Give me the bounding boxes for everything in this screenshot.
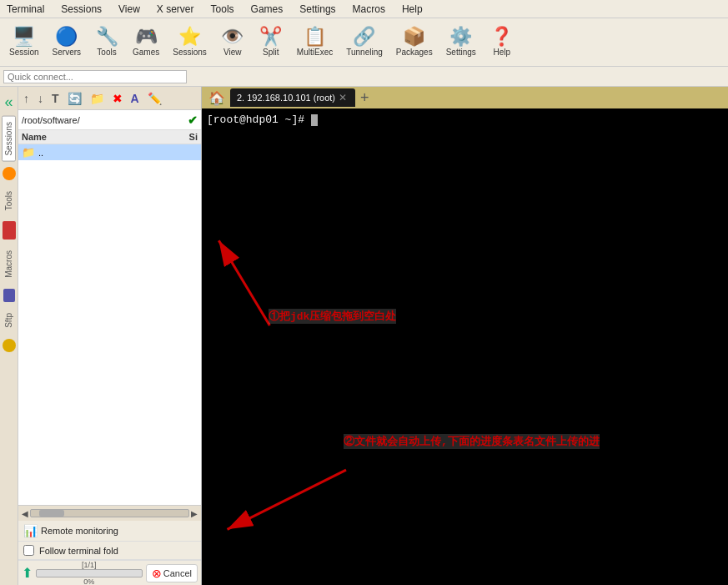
file-list-header: Name Si (18, 130, 201, 144)
menu-xserver[interactable]: X server (153, 3, 198, 16)
menu-games[interactable]: Games (248, 3, 287, 16)
scroll-left-btn[interactable]: ◀ (20, 509, 30, 518)
tb-games[interactable]: 🎮 Games (127, 21, 165, 64)
sidebar-tab-macros[interactable]: Macros (2, 245, 16, 284)
annotation-1: ①把jdk压缩包拖到空白处 (269, 309, 396, 324)
sidebar-tabs: « Sessions Tools Macros Sftp (0, 87, 18, 585)
scrollbar-thumb[interactable] (39, 510, 64, 517)
annotation-2: ②文件就会自动上传,下面的进度条表名文件上传的进 (344, 434, 600, 449)
file-tb-delete[interactable]: ✖ (109, 90, 126, 107)
tb-help-label: Help (494, 48, 511, 57)
tb-tools-label: Tools (97, 48, 116, 57)
cancel-button[interactable]: ⊗ Cancel (146, 564, 198, 582)
folder-icon: 📁 (22, 146, 35, 159)
remote-monitoring-label: Remote monitoring (41, 526, 118, 536)
file-name: .. (38, 148, 198, 158)
sessions-icon: ⭐ (178, 28, 201, 46)
session-icon: 🖥️ (13, 28, 35, 46)
tb-sessions[interactable]: ⭐ Sessions (167, 21, 213, 64)
tunneling-icon: 🔗 (353, 28, 375, 46)
follow-terminal-checkbox[interactable] (23, 545, 34, 556)
tb-split-label: Split (263, 48, 279, 57)
file-tb-up[interactable]: ↑ (20, 90, 33, 107)
file-tb-refresh[interactable]: 🔄 (64, 90, 85, 107)
terminal-tab[interactable]: 2. 192.168.10.101 (root) ✕ (230, 88, 355, 107)
tb-session[interactable]: 🖥️ Session (3, 21, 45, 64)
scrollbar-row: ◀ ▶ (18, 506, 201, 521)
menu-settings[interactable]: Settings (296, 3, 339, 16)
tb-help[interactable]: ❓ Help (484, 21, 520, 64)
file-toolbar: ↑ ↓ T 🔄 📁 ✖ A ✏️ (18, 87, 201, 110)
tb-settings[interactable]: ⚙️ Settings (440, 21, 482, 64)
sidebar-tab-sessions[interactable]: Sessions (2, 116, 16, 162)
tb-packages[interactable]: 📦 Packages (390, 21, 439, 64)
tb-split[interactable]: ✂️ Split (253, 21, 289, 64)
file-tb-a[interactable]: A (128, 90, 143, 107)
add-tab-button[interactable]: + (357, 89, 373, 107)
progress-container: [1/1] 0% (36, 561, 143, 586)
sidebar-indicator[interactable] (3, 167, 16, 180)
cancel-label: Cancel (163, 568, 192, 578)
tab-bar: 🏠 2. 192.168.10.101 (root) ✕ + (202, 87, 728, 108)
sidebar-tab-sftp[interactable]: Sftp (2, 307, 16, 334)
menu-view[interactable]: View (115, 3, 143, 16)
file-tb-down[interactable]: ↓ (34, 90, 47, 107)
svg-line-2 (218, 240, 269, 325)
view-icon: 👁️ (221, 28, 244, 46)
tb-tunneling[interactable]: 🔗 Tunneling (340, 21, 389, 64)
menu-tools[interactable]: Tools (208, 3, 238, 16)
terminal-prompt: [root@hdp01 ~]# (207, 113, 311, 126)
upload-icon[interactable]: ⬆ (22, 565, 33, 581)
tools-icon: 🔧 (96, 28, 118, 46)
tb-view-label: View (223, 48, 242, 57)
tb-multiexec-label: MultiExec (297, 48, 333, 57)
file-tb-text[interactable]: T (48, 90, 63, 107)
sidebar-sftp-icon[interactable] (3, 339, 16, 352)
multiexec-icon: 📋 (304, 28, 326, 46)
path-input[interactable] (22, 115, 188, 125)
tb-multiexec[interactable]: 📋 MultiExec (291, 21, 339, 64)
quick-connect-bar (0, 67, 728, 87)
tb-servers-label: Servers (53, 48, 81, 57)
col-size-header: Si (164, 132, 198, 142)
tb-tools[interactable]: 🔧 Tools (88, 21, 125, 64)
scroll-right-btn[interactable]: ▶ (189, 509, 199, 518)
main-layout: « Sessions Tools Macros Sftp ↑ ↓ T 🔄 📁 ✖… (0, 87, 728, 585)
sidebar-tab-tools[interactable]: Tools (2, 185, 16, 216)
path-ok-icon: ✔ (188, 113, 198, 127)
sidebar-macros-icon[interactable] (3, 289, 15, 302)
list-item[interactable]: 📁 .. (18, 144, 201, 160)
arrows-svg (202, 108, 728, 585)
packages-icon: 📦 (403, 28, 425, 46)
tab-close-button[interactable]: ✕ (339, 92, 347, 103)
tb-packages-label: Packages (396, 48, 433, 57)
progress-bar-outer (36, 569, 143, 577)
tb-servers[interactable]: 🔵 Servers (47, 21, 87, 64)
terminal-cursor (311, 114, 318, 126)
progress-page-label: [1/1] (36, 561, 143, 569)
file-tb-edit[interactable]: ✏️ (144, 90, 165, 107)
menu-sessions[interactable]: Sessions (58, 3, 105, 16)
toolbar: 🖥️ Session 🔵 Servers 🔧 Tools 🎮 Games ⭐ S… (0, 18, 728, 67)
file-tb-newfolder[interactable]: 📁 (87, 90, 108, 107)
tb-sessions-label: Sessions (173, 48, 207, 57)
progress-percent-label: 0% (36, 577, 143, 586)
sidebar-collapse-btn[interactable]: « (4, 90, 13, 114)
terminal-content[interactable]: [root@hdp01 ~]# (202, 108, 728, 585)
terminal-area: 🏠 2. 192.168.10.101 (root) ✕ + [root@hdp… (202, 87, 728, 585)
sidebar-tools-icon[interactable] (3, 221, 16, 240)
scrollbar-track[interactable] (30, 509, 189, 517)
tb-view[interactable]: 👁️ View (214, 21, 251, 64)
file-panel: ↑ ↓ T 🔄 📁 ✖ A ✏️ ✔ Name Si 📁 .. (18, 87, 202, 585)
games-icon: 🎮 (135, 28, 158, 46)
monitor-icon: 📊 (23, 524, 38, 537)
menu-help[interactable]: Help (399, 3, 426, 16)
menu-macros[interactable]: Macros (349, 3, 389, 16)
cancel-icon: ⊗ (152, 567, 162, 580)
quick-connect-input[interactable] (3, 70, 187, 83)
remote-monitoring-row[interactable]: 📊 Remote monitoring (18, 521, 201, 542)
menu-terminal[interactable]: Terminal (3, 3, 48, 16)
home-button[interactable]: 🏠 (205, 88, 228, 108)
follow-terminal-label: Follow terminal fold (39, 546, 118, 556)
split-icon: ✂️ (259, 28, 282, 46)
